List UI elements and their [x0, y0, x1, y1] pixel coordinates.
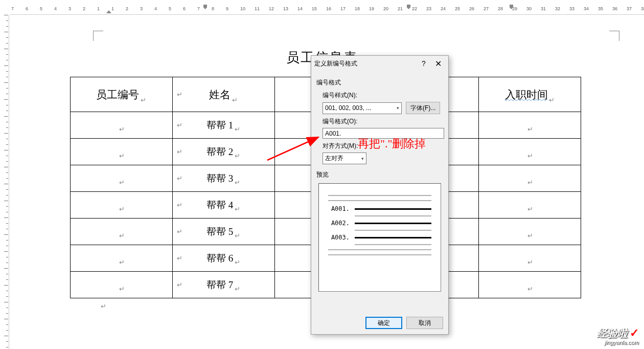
define-number-format-dialog: 定义新编号格式 ? ✕ 编号格式 编号样式(N): 001, 002, 003,…: [311, 55, 449, 335]
header-cell[interactable]: 姓名: [172, 77, 274, 112]
table-cell[interactable]: ↵: [71, 219, 173, 245]
paragraph-mark-icon: [527, 256, 534, 262]
help-button[interactable]: ?: [417, 59, 431, 68]
check-icon: ✓: [630, 326, 639, 339]
preview-item: A002.: [328, 220, 431, 227]
paragraph-mark-icon: [234, 282, 240, 289]
table-cell[interactable]: 帮帮 5: [172, 219, 274, 245]
preview-item: A001.: [328, 205, 431, 212]
paragraph-mark-icon: [232, 93, 238, 99]
paragraph-mark-icon: [527, 282, 534, 289]
menu-bar: [0, 0, 644, 5]
select-value: 001, 002, 003, ...: [325, 104, 371, 112]
paragraph-mark-icon: [119, 203, 125, 209]
paragraph-mark-icon: [119, 229, 125, 235]
table-cell[interactable]: 帮帮 4: [172, 192, 274, 219]
paragraph-mark-icon: [234, 123, 240, 129]
paragraph-mark-icon: [119, 282, 125, 289]
paragraph-mark-icon: [549, 93, 555, 99]
paragraph-mark-icon: [527, 123, 534, 129]
close-button[interactable]: ✕: [431, 59, 445, 69]
paragraph-mark-icon: [234, 256, 240, 262]
paragraph-mark-icon: [119, 176, 125, 182]
header-cell[interactable]: 员工编号↵: [71, 77, 173, 112]
dialog-titlebar[interactable]: 定义新编号格式 ? ✕: [311, 56, 448, 71]
dialog-title: 定义新编号格式: [314, 59, 417, 68]
label-number-format: 编号格式(O):: [323, 117, 443, 126]
table-cell[interactable]: ↵: [71, 139, 173, 165]
table-cell[interactable]: ↵: [71, 272, 173, 298]
paragraph-mark-icon: [234, 203, 240, 209]
table-cell[interactable]: [479, 112, 581, 139]
paragraph-mark-icon: [119, 149, 125, 156]
table-cell[interactable]: ↵: [71, 245, 173, 272]
table-cell[interactable]: [479, 165, 581, 192]
chevron-down-icon: ▾: [397, 105, 399, 111]
paragraph-mark-icon: [234, 176, 240, 182]
paragraph-mark-icon: [234, 149, 240, 156]
align-select[interactable]: 左对齐 ▾: [323, 152, 366, 164]
margin-corner-tr: [609, 31, 619, 41]
vertical-ruler[interactable]: [0, 15, 9, 349]
label-number-style: 编号样式(N):: [323, 91, 443, 100]
cancel-button[interactable]: 取消: [406, 317, 443, 329]
table-cell[interactable]: [479, 219, 581, 245]
font-button[interactable]: 字体(F)...: [406, 102, 440, 114]
table-cell[interactable]: 帮帮 7: [172, 272, 274, 298]
preview-box: A001.A002.A003.: [318, 183, 441, 292]
section-number-format: 编号格式: [316, 78, 443, 87]
annotation-text: 再把"."删除掉: [358, 136, 426, 151]
horizontal-ruler[interactable]: 7654321123456789101112131415161718192021…: [10, 5, 644, 15]
margin-corner-tl: [93, 31, 103, 41]
table-cell[interactable]: [479, 139, 581, 165]
paragraph-mark-icon: [234, 229, 240, 235]
table-cell[interactable]: 帮帮 1: [172, 112, 274, 139]
paragraph-mark-icon: [527, 229, 534, 235]
number-style-select[interactable]: 001, 002, 003, ... ▾: [323, 102, 402, 114]
table-cell[interactable]: ↵: [71, 112, 173, 139]
ok-button[interactable]: 确定: [365, 317, 402, 329]
paragraph-mark-icon: [527, 203, 534, 209]
table-cell[interactable]: 帮帮 6: [172, 245, 274, 272]
paragraph-mark-icon: [119, 123, 125, 129]
paragraph-mark-icon: [119, 256, 125, 262]
paragraph-mark-icon: [140, 93, 146, 99]
preview-item: A003.: [328, 234, 431, 241]
chevron-down-icon: ▾: [361, 156, 364, 161]
header-cell[interactable]: 入职时间: [479, 77, 581, 112]
table-cell[interactable]: [479, 272, 581, 298]
paragraph-mark-icon: [527, 176, 534, 182]
paragraph-mark-icon: [527, 149, 534, 156]
table-cell[interactable]: [479, 192, 581, 219]
table-cell[interactable]: 帮帮 2: [172, 139, 274, 165]
table-cell[interactable]: 帮帮 3: [172, 165, 274, 192]
table-cell[interactable]: ↵: [71, 165, 173, 192]
section-preview: 预览: [316, 170, 443, 179]
watermark: 经验啦 ✓ jingyanla.com: [597, 326, 639, 345]
select-value: 左对齐: [325, 154, 343, 163]
table-cell[interactable]: ↵: [71, 192, 173, 219]
table-cell[interactable]: [479, 245, 581, 272]
